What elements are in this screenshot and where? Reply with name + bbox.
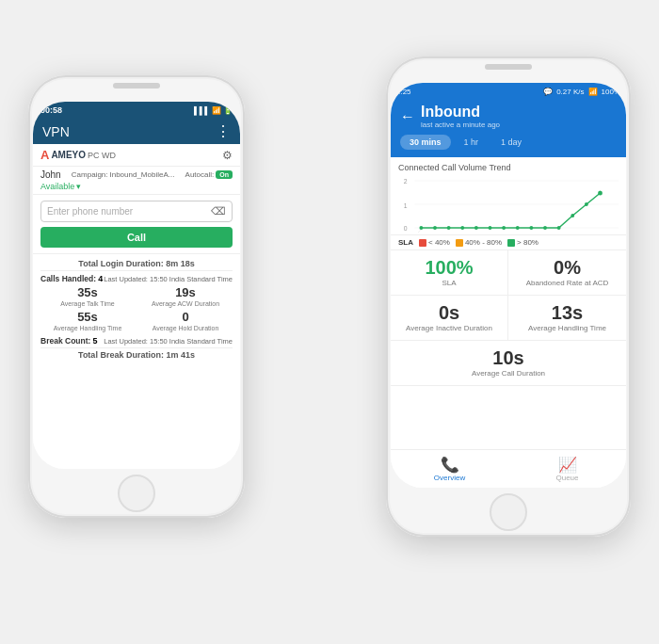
nav-overview[interactable]: 📞 Overview: [391, 454, 508, 484]
break-count-label: Break Count:: [40, 336, 90, 346]
break-duration-label: Total Break Duration:: [78, 350, 164, 360]
legend-dot-orange: [456, 239, 463, 247]
calls-handled-value: 4: [98, 274, 103, 283]
left-phone-screen: 00:58 ▌▌▌ 📶 🔋 VPN ⋮ A AMEYO PC WD: [33, 102, 240, 469]
tab-1hr[interactable]: 1 hr: [455, 135, 489, 150]
left-status-icons: ▌▌▌ 📶 🔋: [194, 106, 233, 115]
right-home-button[interactable]: [490, 493, 527, 531]
ameyo-logo-a: A: [40, 148, 49, 162]
dropdown-icon[interactable]: ▾: [76, 182, 81, 191]
legend-above-80: > 80%: [507, 238, 538, 247]
ameyo-pcwd: PC WD: [88, 151, 116, 160]
spacer: [391, 386, 626, 449]
tab-30mins[interactable]: 30 mins: [400, 135, 451, 150]
user-name: John: [40, 169, 61, 180]
metric-sla: 100% SLA: [391, 250, 508, 296]
scene: 00:58 ▌▌▌ 📶 🔋 VPN ⋮ A AMEYO PC WD: [0, 0, 659, 644]
right-phone-screen: 6:25 💬 0.27 K/s 📶 100% ← Inbound last ac…: [391, 83, 626, 488]
login-duration-value: 8m 18s: [166, 259, 195, 268]
nav-overview-label: Overview: [434, 474, 465, 482]
right-phone-notch: [386, 56, 631, 73]
legend-label-above-80: > 80%: [517, 238, 538, 247]
avg-handling-value: 55s: [40, 310, 135, 324]
left-home-button[interactable]: [118, 475, 155, 512]
campaign-label: Campaign:: [72, 170, 108, 179]
last-updated-2: Last Updated: 15:50 India Standard Time: [104, 337, 233, 346]
chart-area: Connected Call Volume Trend 2 1 0: [391, 157, 626, 235]
metrics-grid: 100% SLA 0% Abandoned Rate at ACD 0s Ave…: [391, 250, 626, 386]
avg-acw-label: Average ACW Duration: [152, 300, 219, 307]
menu-icon[interactable]: ⋮: [216, 122, 231, 140]
calls-handled-header: Calls Handled: 4 Last Updated: 15:50 Ind…: [40, 274, 233, 283]
handling-label: Average Handling Time: [520, 324, 615, 332]
legend-40-80: 40% - 80%: [456, 238, 502, 247]
right-wifi-icon: 📶: [588, 88, 598, 96]
right-status-time: 6:25: [396, 88, 411, 96]
metric-call-duration: 10s Average Call Duration: [391, 341, 626, 386]
inbound-title-area: Inbound last active a minute ago: [421, 104, 500, 129]
bottom-nav: 📞 Overview 📈 Queue: [391, 449, 626, 488]
backspace-icon[interactable]: ⌫: [211, 205, 226, 217]
inactive-label: Average Inactive Duration: [402, 324, 496, 332]
nav-queue[interactable]: 📈 Queue: [508, 454, 626, 484]
ameyo-brand-text: AMEYO: [51, 150, 86, 160]
user-status: Available ▾: [40, 182, 81, 191]
vpn-title: VPN: [42, 124, 70, 139]
right-battery-text: 100%: [602, 88, 620, 96]
login-duration-label: Total Login Duration:: [78, 259, 163, 268]
whatsapp-icon: 💬: [543, 88, 553, 96]
svg-text:1: 1: [404, 202, 408, 209]
avg-handling-label: Average Handling Time: [54, 325, 122, 331]
left-phone: 00:58 ▌▌▌ 📶 🔋 VPN ⋮ A AMEYO PC WD: [28, 75, 245, 518]
call-duration-label: Average Call Duration: [398, 369, 619, 378]
phone-input-box[interactable]: Enter phone number ⌫: [40, 201, 233, 222]
sla-label: SLA: [402, 279, 496, 287]
metric-abandoned: 0% Abandoned Rate at ACD: [508, 250, 626, 296]
left-status-bar: 00:58 ▌▌▌ 📶 🔋: [33, 102, 240, 119]
stats-section: Total Login Duration: 8m 18s Calls Handl…: [33, 254, 240, 469]
inbound-header: ← Inbound last active a minute ago: [391, 100, 626, 135]
campaign-value: Inbound_MobileA...: [110, 170, 175, 179]
phone-input-area: Enter phone number ⌫ Call: [33, 195, 240, 254]
sla-legend-label: SLA: [398, 238, 413, 247]
legend-dot-red: [419, 239, 426, 247]
svg-text:2: 2: [404, 178, 408, 185]
signal-icon: ▌▌▌: [194, 106, 210, 115]
campaign-area: Campaign: Inbound_MobileA...: [72, 170, 175, 179]
call-duration-value: 10s: [398, 348, 619, 367]
break-duration-value: 1m 41s: [166, 350, 195, 360]
avg-talk-value: 35s: [40, 285, 135, 299]
abandoned-value: 0%: [520, 258, 615, 277]
chart-container: 2 1 0: [398, 176, 619, 233]
autocall-badge: On: [216, 170, 233, 179]
abandoned-label: Abandoned Rate at ACD: [520, 279, 615, 287]
metric-handling: 13s Average Handling Time: [508, 296, 626, 341]
queue-icon: 📈: [510, 456, 624, 474]
break-header: Break Count: 5 Last Updated: 15:50 India…: [40, 336, 233, 346]
stats-grid: 35s Average Talk Time 19s Average ACW Du…: [40, 285, 233, 332]
sla-legend: SLA < 40% 40% - 80% > 80%: [391, 235, 626, 250]
avg-hold-cell: 0 Average Hold Duration: [138, 310, 233, 332]
gear-icon[interactable]: ⚙: [222, 149, 233, 162]
call-button[interactable]: Call: [40, 227, 233, 248]
autocall-label: Autocall:: [185, 170, 215, 179]
user-info: John Campaign: Inbound_MobileA... Autoca…: [33, 167, 240, 195]
right-phone: 6:25 💬 0.27 K/s 📶 100% ← Inbound last ac…: [386, 56, 631, 537]
avg-hold-value: 0: [138, 310, 233, 324]
status-text: Available: [40, 182, 74, 191]
legend-label-less-40: < 40%: [428, 238, 450, 247]
avg-talk-cell: 35s Average Talk Time: [40, 285, 135, 308]
chart-title: Connected Call Volume Trend: [398, 163, 619, 172]
legend-less-40: < 40%: [419, 238, 450, 247]
ameyo-bar: A AMEYO PC WD ⚙: [33, 144, 240, 167]
handling-value: 13s: [520, 303, 615, 322]
legend-label-40-80: 40% - 80%: [465, 238, 502, 247]
chart-svg: 2 1 0: [398, 176, 619, 233]
avg-acw-cell: 19s Average ACW Duration: [138, 285, 233, 308]
overview-icon: 📞: [393, 456, 506, 474]
avg-talk-label: Average Talk Time: [60, 300, 114, 307]
metric-inactive: 0s Average Inactive Duration: [391, 296, 508, 341]
tab-1day[interactable]: 1 day: [491, 135, 531, 150]
right-status-bar: 6:25 💬 0.27 K/s 📶 100%: [391, 83, 626, 100]
back-arrow-icon[interactable]: ←: [400, 108, 415, 125]
